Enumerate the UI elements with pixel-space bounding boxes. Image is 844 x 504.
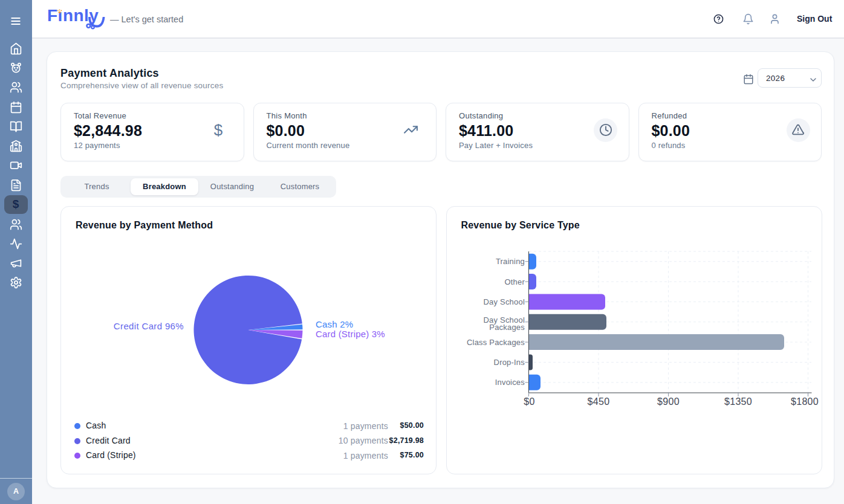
svg-text:Day School: Day School [483, 297, 524, 306]
svg-text:Credit Card 96%: Credit Card 96% [114, 321, 184, 331]
svg-text:Cash 2%: Cash 2% [316, 319, 353, 329]
svg-text:Class Packages: Class Packages [466, 338, 524, 347]
svg-text:Training: Training [495, 257, 524, 266]
svg-text:Card (Stripe) 3%: Card (Stripe) 3% [316, 329, 385, 339]
svg-text:Packages: Packages [489, 323, 525, 332]
svg-text:$0: $0 [524, 396, 534, 407]
svg-text:$450: $450 [587, 396, 609, 407]
svg-text:$1800: $1800 [791, 396, 819, 407]
svg-text:Invoices: Invoices [495, 378, 525, 387]
svg-text:$900: $900 [657, 396, 680, 407]
svg-text:$1350: $1350 [724, 396, 752, 407]
svg-text:Other: Other [504, 277, 525, 286]
svg-text:Drop-Ins: Drop-Ins [493, 358, 525, 367]
